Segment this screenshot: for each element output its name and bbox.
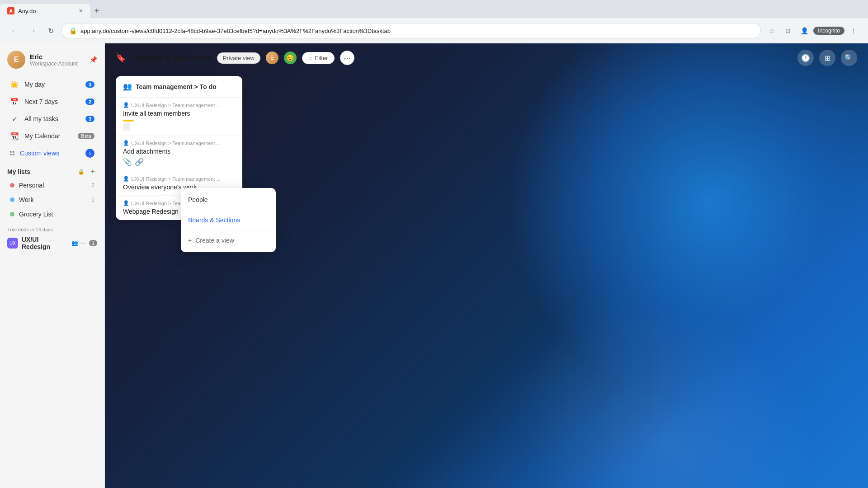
app-layout: E Eric Workspace Account 📌 ☀️ My day 3 📅… <box>0 43 868 488</box>
personal-list-dot <box>10 183 14 188</box>
workspace-name: UX/UI Redesign <box>22 236 68 250</box>
grocery-list-dot <box>10 212 14 216</box>
custom-views-dropdown: People Boards & Sections + Create a view <box>181 188 276 252</box>
refresh-button[interactable]: ↻ <box>43 23 58 38</box>
nav-bar: ← → ↻ 🔒 app.any.do/custom-views/c0fd0112… <box>0 18 868 43</box>
board-card-title: Team management > To do <box>136 83 217 90</box>
dropdown-item-boards[interactable]: Boards & Sections <box>181 212 276 228</box>
top-bar-right-actions: 🕐 ⊞ 🔍 <box>797 50 857 66</box>
task-icon-3: 👤 <box>123 176 129 182</box>
page-title: Boards & Sections <box>131 53 212 63</box>
dropdown-create-view[interactable]: + Create a view <box>181 232 276 249</box>
task-meta-3: 👤 UX/UI Redesign > Team management ... <box>123 176 235 182</box>
work-list-count: 1 <box>91 197 94 203</box>
sidebar-item-my-day[interactable]: ☀️ My day 3 <box>3 76 102 93</box>
grocery-list-name: Grocery List <box>19 211 94 218</box>
sidebar: E Eric Workspace Account 📌 ☀️ My day 3 📅… <box>0 43 105 488</box>
task-meta-1: 👤 UX/UI Redesign > Team management ... <box>123 102 235 108</box>
tab-close-button[interactable]: ✕ <box>79 8 83 14</box>
tab-favicon: A <box>7 7 14 14</box>
user-subtitle: Workspace Account <box>30 61 85 67</box>
task-meta-2: 👤 UX/UI Redesign > Team management ... <box>123 140 235 146</box>
incognito-badge: Incognito <box>813 27 844 35</box>
workspace-icon: UX <box>7 238 18 249</box>
sidebar-item-calendar[interactable]: 📆 My Calendar Beta <box>3 128 102 144</box>
forward-button[interactable]: → <box>25 23 40 38</box>
tab-bar: A Any.do ✕ + <box>0 0 868 18</box>
task-text-2: Add attachments <box>123 148 235 155</box>
nav-badge-next-7: 2 <box>85 99 94 105</box>
search-icon-button[interactable]: 🔍 <box>841 50 857 66</box>
lock-icon: 🔒 <box>69 27 77 34</box>
back-button[interactable]: ← <box>7 23 22 38</box>
active-tab[interactable]: A Any.do ✕ <box>0 4 90 18</box>
task-meta-text-1: UX/UI Redesign > Team management ... <box>131 103 221 108</box>
bookmark-star-button[interactable]: ☆ <box>764 23 779 38</box>
browser-chrome: A Any.do ✕ + ← → ↻ 🔒 app.any.do/custom-v… <box>0 0 868 43</box>
url-text: app.any.do/custom-views/c0fd0112-2cfa-48… <box>80 28 391 34</box>
tab-label: Any.do <box>18 8 36 14</box>
nav-label-next-7: Next 7 days <box>24 98 80 105</box>
task-item-1[interactable]: 👤 UX/UI Redesign > Team management ... I… <box>116 98 242 136</box>
filter-label: Filter <box>315 55 328 61</box>
custom-views-add-button[interactable]: › <box>85 149 94 158</box>
trial-text: Trial ends in 14 days <box>7 227 97 232</box>
sun-icon: ☀️ <box>10 80 19 89</box>
create-view-plus-icon: + <box>188 237 192 244</box>
list-item-personal[interactable]: Personal 2 <box>3 178 102 192</box>
beta-badge: Beta <box>78 133 94 139</box>
user-section: E Eric Workspace Account 📌 <box>0 43 104 76</box>
my-lists-section-header: My lists 🔒 + <box>0 162 104 178</box>
top-bar: 🔖 Boards & Sections Private view E 😊 ≡ F… <box>105 43 868 72</box>
profile-button[interactable]: 👤 <box>797 23 811 38</box>
extension-button[interactable]: ⊡ <box>781 23 795 38</box>
user-info: Eric Workspace Account <box>30 53 85 67</box>
menu-button[interactable]: ⋮ <box>846 23 861 38</box>
main-content: 🔖 Boards & Sections Private view E 😊 ≡ F… <box>105 43 868 488</box>
workspace-people-icon: 👥 <box>71 240 78 246</box>
task-icon-2: 👤 <box>123 140 129 146</box>
private-view-button[interactable]: Private view <box>217 52 260 64</box>
dropdown-header: People <box>181 192 276 208</box>
dropdown-divider-2 <box>181 230 276 230</box>
task-priority-bar-1 <box>123 120 134 122</box>
task-icon-4: 👤 <box>123 200 129 206</box>
custom-views-label: Custom views <box>20 150 80 157</box>
calendar2-icon: 📆 <box>10 131 19 141</box>
workspace-count-badge: 1 <box>89 240 97 246</box>
filter-icon: ≡ <box>309 55 312 61</box>
nav-label-calendar: My Calendar <box>24 132 72 140</box>
nav-label-my-day: My day <box>24 81 80 88</box>
create-view-label: Create a view <box>195 237 234 244</box>
nav-actions: ☆ ⊡ 👤 Incognito ⋮ <box>764 23 861 38</box>
chain-icon: 🔗 <box>135 158 144 166</box>
nav-badge-my-day: 3 <box>85 81 94 88</box>
sidebar-item-custom-views[interactable]: Custom views › <box>3 145 102 161</box>
nav-label-all-tasks: All my tasks <box>24 115 80 122</box>
address-bar[interactable]: 🔒 app.any.do/custom-views/c0fd0112-2cfa-… <box>61 23 761 38</box>
layout-icon-button[interactable]: ⊞ <box>819 50 835 66</box>
work-list-name: Work <box>19 196 87 203</box>
teammate-avatar-topbar: 😊 <box>284 52 297 64</box>
new-tab-button[interactable]: + <box>90 5 103 17</box>
workspace-item[interactable]: UX UX/UI Redesign 👥 ⋯ 1 <box>7 234 97 252</box>
task-item-2[interactable]: 👤 UX/UI Redesign > Team management ... A… <box>116 136 242 171</box>
checkmark-icon: ✓ <box>10 114 19 123</box>
my-lists-title: My lists <box>7 168 74 175</box>
task-meta-text-3: UX/UI Redesign > Team management ... <box>131 176 221 182</box>
list-item-grocery[interactable]: Grocery List <box>3 207 102 221</box>
sidebar-item-next-7-days[interactable]: 📅 Next 7 days 2 <box>3 94 102 110</box>
workspace-more-icon[interactable]: ⋯ <box>80 240 85 246</box>
workspace-section: Trial ends in 14 days UX UX/UI Redesign … <box>0 223 104 256</box>
filter-button[interactable]: ≡ Filter <box>302 52 335 64</box>
personal-list-name: Personal <box>19 182 87 189</box>
clock-icon-button[interactable]: 🕐 <box>797 50 814 66</box>
board-card-header: 👥 Team management > To do <box>116 76 242 98</box>
more-options-button[interactable]: ⋯ <box>340 51 354 65</box>
list-item-work[interactable]: Work 1 <box>3 193 102 206</box>
paperclip-icon: 📎 <box>123 158 132 166</box>
sidebar-item-all-tasks[interactable]: ✓ All my tasks 3 <box>3 111 102 127</box>
team-icon: 👥 <box>123 82 132 91</box>
my-lists-add-button[interactable]: + <box>88 167 97 176</box>
task-meta-text-2: UX/UI Redesign > Team management ... <box>131 141 221 146</box>
